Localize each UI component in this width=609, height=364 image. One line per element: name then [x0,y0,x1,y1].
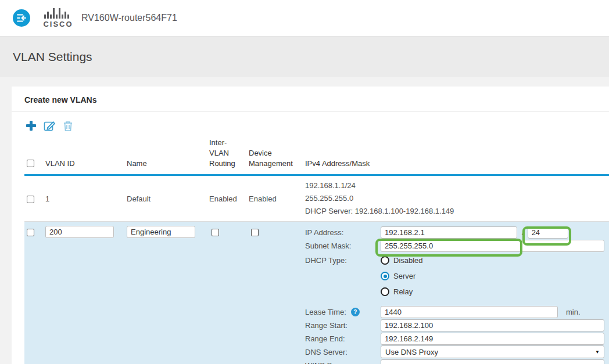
sidebar-collapse-icon [13,20,30,28]
card-title: Create new VLANs [12,87,609,112]
lease-time-help-icon[interactable]: ? [351,308,360,316]
cisco-logo: CISCO [43,8,73,28]
column-header-inter-vlan-routing: Inter-VLAN Routing [209,138,249,169]
select-all-checkbox[interactable] [27,160,34,167]
sidebar-toggle-button[interactable] [13,9,30,27]
select-caret-icon: ▼ [595,349,600,355]
table-row-vlan-200-editing: IP Address: / Subnet Mask: [24,222,609,364]
column-header-vlan-id: VLAN ID [45,158,127,169]
column-header-ipv4-address-mask: IPv4 Address/Mask [305,158,609,169]
page-title-band: VLAN Settings [0,37,609,77]
wins-server-label: WINS Server: [305,361,381,364]
subnet-mask-input[interactable] [381,240,604,252]
create-vlans-card: Create new VLANs [12,87,609,364]
dhcp-type-label: DHCP Type: [305,253,381,268]
inter-vlan-routing-checkbox[interactable] [212,229,219,236]
range-end-input[interactable] [381,333,604,345]
dhcp-disabled-label: Disabled [393,256,423,265]
range-end-label: Range End: [305,334,381,343]
prefix-separator: / [522,228,524,237]
ip-address-input[interactable] [381,226,517,239]
cisco-logo-bars-icon [43,8,73,21]
vlan-table-header: VLAN ID Name Inter-VLAN Routing Device M… [24,138,609,176]
trash-icon [63,120,73,134]
column-header-device-management: Device Management [249,148,305,169]
dns-server-selected-value: Use DNS Proxy [385,348,438,356]
content-area: Create new VLANs [0,77,609,364]
dhcp-disabled-radio[interactable] [381,256,389,265]
device-management-checkbox[interactable] [251,229,259,236]
vlan-1-inter-vlan-routing: Enabled [209,194,249,203]
vlan-1-subnet-mask: 255.255.255.0 [305,192,609,205]
prefix-length-input[interactable] [528,226,568,239]
vlan-1-dhcp-server-range: DHCP Server: 192.168.1.100-192.168.1.149 [305,205,609,218]
vlan-config-cell: IP Address: / Subnet Mask: [305,226,609,364]
page-title: VLAN Settings [13,50,92,64]
delete-vlan-button[interactable] [63,120,73,134]
subnet-mask-label: Subnet Mask: [305,242,381,250]
add-vlan-button[interactable] [26,120,37,133]
column-header-name: Name [127,158,209,169]
lease-time-label: Lease Time: [305,308,346,316]
row-checkbox-vlan-1[interactable] [27,196,34,203]
vlan-table-toolbar [24,112,609,138]
dns-server-select[interactable]: Use DNS Proxy ▼ [381,345,604,358]
range-start-input[interactable] [381,319,604,331]
range-start-label: Range Start: [305,321,381,330]
vlan-name-input[interactable] [127,226,195,238]
ip-address-label: IP Address: [305,228,381,237]
plus-icon [26,120,37,133]
table-row-vlan-1: 1 Default Enabled Enabled 192.168.1.1/24… [24,176,609,222]
dns-server-label: DNS Server: [305,348,381,356]
vlan-1-name: Default [127,194,209,203]
topbar: CISCO RV160W-router564F71 [0,0,609,37]
edit-pencil-icon [44,120,56,134]
vlan-1-id: 1 [45,194,127,203]
row-checkbox-vlan-200[interactable] [27,229,34,236]
cisco-wordmark: CISCO [43,21,73,28]
dhcp-relay-radio[interactable] [381,287,389,296]
vlan-1-device-management: Enabled [249,194,305,203]
edit-vlan-button[interactable] [44,120,56,134]
lease-time-unit: min. [566,308,581,316]
lease-time-input[interactable] [381,306,558,318]
dhcp-relay-label: Relay [393,287,413,296]
vlan-id-input[interactable] [45,226,114,238]
dhcp-server-label: Server [393,272,415,280]
vlan-1-ipv4-address: 192.168.1.1/24 [305,179,609,192]
wins-server-input[interactable] [381,359,604,364]
dhcp-server-radio[interactable] [381,272,389,280]
device-name: RV160W-router564F71 [81,13,177,23]
